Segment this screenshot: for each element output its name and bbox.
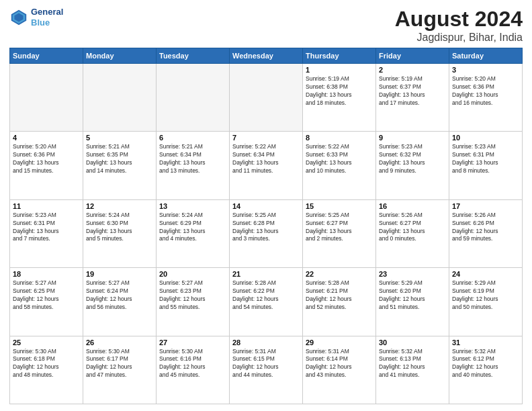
day-number: 18 — [13, 270, 80, 278]
day-number: 21 — [232, 270, 300, 278]
calendar-header-row: SundayMondayTuesdayWednesdayThursdayFrid… — [10, 48, 523, 64]
calendar-cell: 26Sunrise: 5:30 AM Sunset: 6:17 PM Dayli… — [83, 336, 157, 404]
day-number: 14 — [232, 202, 300, 210]
day-number: 13 — [159, 202, 226, 210]
day-number: 10 — [452, 134, 519, 142]
day-info: Sunrise: 5:32 AM Sunset: 6:13 PM Dayligh… — [379, 348, 446, 380]
calendar-cell: 21Sunrise: 5:28 AM Sunset: 6:22 PM Dayli… — [230, 268, 303, 336]
week-row-4: 18Sunrise: 5:27 AM Sunset: 6:25 PM Dayli… — [10, 268, 523, 336]
day-header-monday: Monday — [83, 48, 157, 64]
day-number: 28 — [232, 338, 300, 347]
calendar-cell — [230, 64, 303, 132]
calendar-cell: 29Sunrise: 5:31 AM Sunset: 6:14 PM Dayli… — [303, 336, 376, 404]
title-block: August 2024 Jagdispur, Bihar, India — [395, 7, 523, 44]
calendar-cell: 13Sunrise: 5:24 AM Sunset: 6:29 PM Dayli… — [157, 199, 230, 267]
day-info: Sunrise: 5:24 AM Sunset: 6:29 PM Dayligh… — [159, 212, 226, 244]
calendar-cell: 6Sunrise: 5:21 AM Sunset: 6:34 PM Daylig… — [157, 132, 230, 199]
calendar-cell: 5Sunrise: 5:21 AM Sunset: 6:35 PM Daylig… — [83, 132, 157, 199]
day-header-thursday: Thursday — [303, 48, 376, 64]
calendar-cell: 30Sunrise: 5:32 AM Sunset: 6:13 PM Dayli… — [376, 336, 449, 404]
calendar-body: 1Sunrise: 5:19 AM Sunset: 6:38 PM Daylig… — [10, 64, 523, 404]
day-info: Sunrise: 5:21 AM Sunset: 6:34 PM Dayligh… — [159, 143, 226, 175]
day-header-tuesday: Tuesday — [157, 48, 230, 64]
calendar-cell: 2Sunrise: 5:19 AM Sunset: 6:37 PM Daylig… — [376, 64, 449, 132]
calendar-cell: 23Sunrise: 5:29 AM Sunset: 6:20 PM Dayli… — [376, 268, 449, 336]
day-number: 22 — [306, 270, 373, 278]
calendar-cell: 18Sunrise: 5:27 AM Sunset: 6:25 PM Dayli… — [10, 268, 83, 336]
day-info: Sunrise: 5:30 AM Sunset: 6:18 PM Dayligh… — [13, 348, 80, 380]
day-number: 9 — [379, 134, 446, 142]
calendar-cell: 27Sunrise: 5:30 AM Sunset: 6:16 PM Dayli… — [157, 336, 230, 404]
calendar-cell: 1Sunrise: 5:19 AM Sunset: 6:38 PM Daylig… — [303, 64, 376, 132]
day-info: Sunrise: 5:28 AM Sunset: 6:22 PM Dayligh… — [232, 279, 300, 312]
day-number: 23 — [379, 270, 446, 278]
calendar-cell: 10Sunrise: 5:23 AM Sunset: 6:31 PM Dayli… — [449, 132, 523, 199]
calendar-cell — [10, 64, 83, 132]
day-header-wednesday: Wednesday — [230, 48, 303, 64]
calendar-cell: 7Sunrise: 5:22 AM Sunset: 6:34 PM Daylig… — [230, 132, 303, 199]
calendar-cell: 11Sunrise: 5:23 AM Sunset: 6:31 PM Dayli… — [10, 199, 83, 267]
day-info: Sunrise: 5:23 AM Sunset: 6:32 PM Dayligh… — [379, 143, 446, 175]
day-info: Sunrise: 5:26 AM Sunset: 6:26 PM Dayligh… — [452, 212, 519, 244]
day-number: 30 — [379, 338, 446, 347]
day-info: Sunrise: 5:22 AM Sunset: 6:34 PM Dayligh… — [232, 143, 300, 175]
day-info: Sunrise: 5:20 AM Sunset: 6:36 PM Dayligh… — [452, 75, 519, 107]
calendar-cell: 17Sunrise: 5:26 AM Sunset: 6:26 PM Dayli… — [449, 199, 523, 267]
sub-title: Jagdispur, Bihar, India — [395, 32, 523, 44]
day-number: 17 — [452, 202, 519, 210]
logo: General Blue — [9, 7, 63, 28]
day-number: 1 — [306, 66, 373, 74]
day-info: Sunrise: 5:26 AM Sunset: 6:27 PM Dayligh… — [379, 212, 446, 244]
logo-text: General Blue — [31, 7, 63, 28]
day-number: 19 — [86, 270, 153, 278]
day-number: 24 — [452, 270, 519, 278]
day-header-friday: Friday — [376, 48, 449, 64]
calendar-cell: 31Sunrise: 5:32 AM Sunset: 6:12 PM Dayli… — [449, 336, 523, 404]
day-info: Sunrise: 5:25 AM Sunset: 6:27 PM Dayligh… — [306, 212, 373, 244]
day-header-sunday: Sunday — [10, 48, 83, 64]
day-info: Sunrise: 5:31 AM Sunset: 6:14 PM Dayligh… — [306, 348, 373, 380]
calendar-cell: 3Sunrise: 5:20 AM Sunset: 6:36 PM Daylig… — [449, 64, 523, 132]
calendar-cell: 28Sunrise: 5:31 AM Sunset: 6:15 PM Dayli… — [230, 336, 303, 404]
day-number: 16 — [379, 202, 446, 210]
day-info: Sunrise: 5:29 AM Sunset: 6:19 PM Dayligh… — [452, 279, 519, 312]
day-info: Sunrise: 5:19 AM Sunset: 6:38 PM Dayligh… — [306, 75, 373, 107]
day-info: Sunrise: 5:27 AM Sunset: 6:25 PM Dayligh… — [13, 279, 80, 312]
day-number: 4 — [13, 134, 80, 142]
day-number: 2 — [379, 66, 446, 74]
day-info: Sunrise: 5:20 AM Sunset: 6:36 PM Dayligh… — [13, 143, 80, 175]
calendar-cell: 9Sunrise: 5:23 AM Sunset: 6:32 PM Daylig… — [376, 132, 449, 199]
calendar-cell: 25Sunrise: 5:30 AM Sunset: 6:18 PM Dayli… — [10, 336, 83, 404]
calendar-cell: 15Sunrise: 5:25 AM Sunset: 6:27 PM Dayli… — [303, 199, 376, 267]
day-info: Sunrise: 5:21 AM Sunset: 6:35 PM Dayligh… — [86, 143, 153, 175]
calendar-cell: 8Sunrise: 5:22 AM Sunset: 6:33 PM Daylig… — [303, 132, 376, 199]
day-info: Sunrise: 5:19 AM Sunset: 6:37 PM Dayligh… — [379, 75, 446, 107]
day-info: Sunrise: 5:30 AM Sunset: 6:16 PM Dayligh… — [159, 348, 226, 380]
page: General Blue August 2024 Jagdispur, Biha… — [0, 0, 532, 411]
day-number: 25 — [13, 338, 80, 347]
day-number: 11 — [13, 202, 80, 210]
calendar-cell: 14Sunrise: 5:25 AM Sunset: 6:28 PM Dayli… — [230, 199, 303, 267]
main-title: August 2024 — [395, 7, 523, 32]
day-info: Sunrise: 5:24 AM Sunset: 6:30 PM Dayligh… — [86, 212, 153, 244]
day-number: 8 — [306, 134, 373, 142]
header: General Blue August 2024 Jagdispur, Biha… — [9, 7, 523, 44]
calendar-cell: 16Sunrise: 5:26 AM Sunset: 6:27 PM Dayli… — [376, 199, 449, 267]
day-info: Sunrise: 5:23 AM Sunset: 6:31 PM Dayligh… — [13, 212, 80, 244]
week-row-2: 4Sunrise: 5:20 AM Sunset: 6:36 PM Daylig… — [10, 132, 523, 199]
day-number: 31 — [452, 338, 519, 347]
week-row-5: 25Sunrise: 5:30 AM Sunset: 6:18 PM Dayli… — [10, 336, 523, 404]
day-number: 27 — [159, 338, 226, 347]
day-info: Sunrise: 5:28 AM Sunset: 6:21 PM Dayligh… — [306, 279, 373, 312]
day-info: Sunrise: 5:23 AM Sunset: 6:31 PM Dayligh… — [452, 143, 519, 175]
day-number: 12 — [86, 202, 153, 210]
logo-icon — [9, 8, 28, 27]
day-info: Sunrise: 5:27 AM Sunset: 6:24 PM Dayligh… — [86, 279, 153, 312]
day-info: Sunrise: 5:32 AM Sunset: 6:12 PM Dayligh… — [452, 348, 519, 380]
week-row-1: 1Sunrise: 5:19 AM Sunset: 6:38 PM Daylig… — [10, 64, 523, 132]
day-info: Sunrise: 5:29 AM Sunset: 6:20 PM Dayligh… — [379, 279, 446, 312]
day-header-saturday: Saturday — [449, 48, 523, 64]
calendar-cell: 19Sunrise: 5:27 AM Sunset: 6:24 PM Dayli… — [83, 268, 157, 336]
day-info: Sunrise: 5:22 AM Sunset: 6:33 PM Dayligh… — [306, 143, 373, 175]
day-number: 6 — [159, 134, 226, 142]
